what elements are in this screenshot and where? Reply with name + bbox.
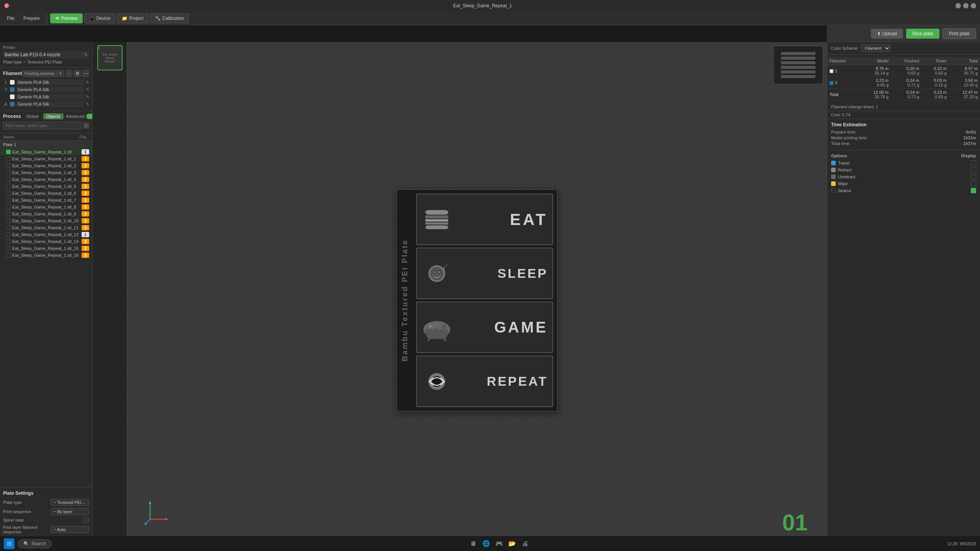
obj-checkbox[interactable] <box>6 198 11 202</box>
obj-checkbox[interactable] <box>6 239 11 244</box>
obj-filament-badge[interactable]: 3 <box>82 225 89 230</box>
obj-checkbox[interactable] <box>6 150 11 154</box>
filament-name-1[interactable]: Generic PLA Silk <box>16 79 84 85</box>
add-filament-button[interactable]: + <box>57 70 64 77</box>
flushing-volumes-button[interactable]: Flushing volumes <box>22 70 57 77</box>
filament-menu-button[interactable]: ⋯ <box>82 70 89 77</box>
filament-color-2[interactable] <box>10 87 15 92</box>
retract-display-check[interactable] <box>971 167 976 173</box>
list-item[interactable]: Eat_Sleep_Game_Repeat_1.stl 1 <box>0 148 92 155</box>
preview-button[interactable]: 👁 Preview <box>50 13 83 23</box>
obj-checkbox[interactable] <box>6 177 11 182</box>
taskbar-icon-app[interactable]: 🖨 <box>520 538 531 549</box>
obj-filament-badge[interactable]: 1 <box>82 149 89 155</box>
start-button[interactable]: ⊞ <box>4 538 15 549</box>
search-input[interactable] <box>3 122 82 129</box>
obj-filament-badge[interactable]: 3 <box>82 204 89 210</box>
device-button[interactable]: 📱 Device <box>84 13 116 23</box>
tab-objects[interactable]: Objects <box>43 113 64 119</box>
list-item[interactable]: Eat_Sleep_Game_Repeat_1.stl_4 3 <box>0 176 92 183</box>
thumbnail-item-1[interactable]: Eat_SleepGameRepeat 1 <box>97 45 122 70</box>
obj-filament-badge[interactable]: 3 <box>82 246 89 251</box>
list-item[interactable]: Eat_Sleep_Game_Repeat_1.stl_7 3 <box>0 197 92 204</box>
obj-checkbox[interactable] <box>6 212 11 216</box>
minimize-button[interactable] <box>956 3 961 8</box>
filament-edit-3[interactable]: ✎ <box>86 95 89 99</box>
obj-checkbox[interactable] <box>6 184 11 189</box>
obj-filament-badge[interactable]: 3 <box>82 191 89 196</box>
obj-filament-badge[interactable]: 3 <box>82 253 89 258</box>
list-item[interactable]: Eat_Sleep_Game_Repeat_1.stl_16 3 <box>0 252 92 259</box>
obj-checkbox[interactable] <box>6 253 11 258</box>
seams-display-check[interactable] <box>971 188 976 193</box>
list-item[interactable]: Eat_Sleep_Game_Repeat_1.stl_13 1 <box>0 231 92 238</box>
close-button[interactable] <box>971 3 976 8</box>
color-scheme-selector[interactable]: Filament <box>861 44 890 52</box>
object-list[interactable]: Plate 1 Eat_Sleep_Game_Repeat_1.stl 1 Ea… <box>0 141 92 487</box>
project-button[interactable]: 📁 Project <box>117 13 148 23</box>
plate-type-row[interactable]: Plate type ~ Textured PEI Plate <box>3 60 89 64</box>
list-item[interactable]: Eat_Sleep_Game_Repeat_1.stl_9 3 <box>0 210 92 217</box>
list-item[interactable]: Eat_Sleep_Game_Repeat_1.stl_5 3 <box>0 183 92 190</box>
list-item[interactable]: Eat_Sleep_Game_Repeat_1.stl_1 3 <box>0 155 92 162</box>
filament-color-4[interactable] <box>10 102 15 106</box>
printer-name[interactable]: Bambu Lab P1S 0.4 nozzle ✎ <box>3 51 89 58</box>
list-item[interactable]: Eat_Sleep_Game_Repeat_1.stl_15 3 <box>0 245 92 252</box>
filament-settings-button[interactable]: ⚙ <box>74 70 81 77</box>
filament-edit-1[interactable]: ✎ <box>86 80 89 85</box>
list-item[interactable]: Eat_Sleep_Game_Repeat_1.stl_11 3 <box>0 224 92 231</box>
obj-checkbox[interactable] <box>6 170 11 175</box>
obj-checkbox[interactable] <box>6 218 11 223</box>
obj-filament-badge[interactable]: 3 <box>82 177 89 182</box>
menu-file[interactable]: File <box>3 14 18 23</box>
travel-display-check[interactable] <box>971 160 976 166</box>
filament-name-3[interactable]: Generic PLA Silk <box>16 94 84 100</box>
taskbar-search-label[interactable]: Search <box>31 541 46 546</box>
obj-filament-badge[interactable]: 3 <box>82 218 89 223</box>
spiral-vase-checkbox[interactable] <box>84 517 89 523</box>
filament-color-3[interactable] <box>10 95 15 99</box>
obj-checkbox[interactable] <box>6 163 11 168</box>
obj-filament-badge[interactable]: 3 <box>82 239 89 244</box>
list-item[interactable]: Eat_Sleep_Game_Repeat_1.stl_2 3 <box>0 162 92 169</box>
menu-prepare[interactable]: Prepare <box>20 14 44 23</box>
plate-type-setting-value[interactable]: ~ Textured PEI... <box>51 499 89 506</box>
obj-checkbox[interactable] <box>6 156 11 161</box>
filament-color-1[interactable] <box>10 80 15 85</box>
list-item[interactable]: Eat_Sleep_Game_Repeat_1.stl_14 3 <box>0 238 92 245</box>
obj-filament-badge[interactable]: 3 <box>82 211 89 217</box>
taskbar-icon-2[interactable]: 🌐 <box>481 538 492 549</box>
first-layer-filament-value[interactable]: ~ Auto <box>51 526 89 533</box>
filament-name-2[interactable]: Generic PLA Silk <box>16 86 84 93</box>
list-item[interactable]: Eat_Sleep_Game_Repeat_1.stl_8 3 <box>0 204 92 210</box>
print-button[interactable]: Print plate <box>942 28 976 39</box>
maximize-button[interactable] <box>963 3 969 8</box>
obj-filament-badge[interactable]: 3 <box>82 156 89 161</box>
print-sequence-value[interactable]: ~ By layer <box>51 508 89 515</box>
taskbar-icon-4[interactable]: 📂 <box>507 538 518 549</box>
upload-button[interactable]: ⬆ Upload <box>871 29 903 39</box>
obj-filament-badge[interactable]: 3 <box>82 163 89 168</box>
filament-edit-4[interactable]: ✎ <box>86 102 89 107</box>
advanced-toggle[interactable] <box>86 114 93 119</box>
tab-global[interactable]: Global <box>23 113 42 119</box>
list-item[interactable]: Eat_Sleep_Game_Repeat_1.stl_6 3 <box>0 190 92 197</box>
list-item[interactable]: Eat_Sleep_Game_Repeat_1.stl_3 3 <box>0 169 92 176</box>
calibration-button[interactable]: 🔧 Calibration <box>150 13 189 23</box>
obj-checkbox[interactable] <box>6 246 11 251</box>
taskbar-search-box[interactable]: 🔍 Search <box>18 539 52 548</box>
remove-filament-button[interactable]: − <box>65 70 72 77</box>
obj-checkbox[interactable] <box>6 191 11 196</box>
filament-name-4[interactable]: Generic PLA Silk <box>16 101 84 107</box>
slice-button[interactable]: Slice plate <box>906 29 939 39</box>
search-clear-button[interactable]: × <box>83 122 89 129</box>
obj-checkbox[interactable] <box>6 232 11 237</box>
obj-filament-badge[interactable]: 1 <box>82 232 89 237</box>
list-item[interactable]: Eat_Sleep_Game_Repeat_1.stl_10 3 <box>0 217 92 224</box>
filament-edit-2[interactable]: ✎ <box>86 87 89 92</box>
taskbar-icon-1[interactable]: 🖥 <box>468 538 479 549</box>
wipe-display-check[interactable] <box>971 181 976 186</box>
obj-filament-badge[interactable]: 3 <box>82 184 89 189</box>
obj-filament-badge[interactable]: 3 <box>82 197 89 203</box>
obj-checkbox[interactable] <box>6 205 11 209</box>
